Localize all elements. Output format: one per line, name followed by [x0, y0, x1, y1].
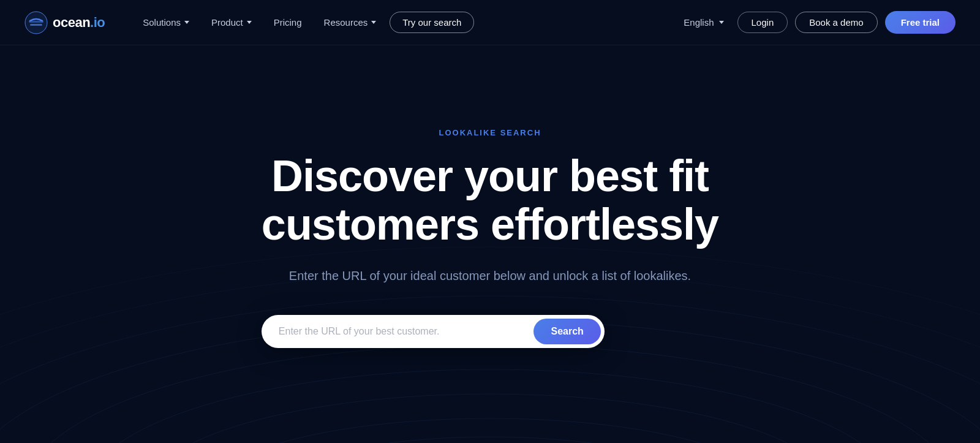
search-box: Search: [262, 315, 605, 348]
chevron-down-icon: [247, 21, 252, 24]
chevron-down-icon: [719, 21, 724, 24]
section-label: LOOKALIKE SEARCH: [262, 128, 718, 137]
hero-section: LOOKALIKE SEARCH Discover your best fit …: [0, 45, 980, 443]
nav-solutions[interactable]: Solutions: [134, 12, 198, 32]
svg-point-7: [208, 418, 772, 443]
svg-point-5: [86, 369, 894, 443]
nav-pricing[interactable]: Pricing: [265, 12, 311, 32]
try-search-button[interactable]: Try our search: [390, 12, 474, 33]
logo[interactable]: ocean.io: [24, 11, 105, 34]
url-search-input[interactable]: [279, 321, 534, 342]
svg-point-8: [270, 437, 710, 443]
svg-rect-2: [30, 24, 42, 26]
language-selector[interactable]: English: [677, 12, 729, 32]
hero-content: LOOKALIKE SEARCH Discover your best fit …: [262, 128, 718, 348]
nav-product[interactable]: Product: [203, 12, 260, 32]
nav-resources[interactable]: Resources: [315, 12, 385, 32]
logo-text: ocean.io: [53, 15, 105, 31]
chevron-down-icon: [184, 21, 189, 24]
book-demo-button[interactable]: Book a demo: [795, 12, 877, 33]
hero-title: Discover your best fit customers effortl…: [262, 152, 718, 249]
search-button[interactable]: Search: [533, 319, 600, 344]
free-trial-button[interactable]: Free trial: [885, 11, 956, 34]
nav-right: English Login Book a demo Free trial: [677, 11, 956, 34]
nav-left: Solutions Product Pricing Resources Try …: [134, 12, 677, 33]
logo-icon: [24, 11, 48, 34]
chevron-down-icon: [371, 21, 376, 24]
login-button[interactable]: Login: [737, 12, 788, 33]
navigation: ocean.io Solutions Product Pricing Resou…: [0, 0, 980, 45]
hero-subtitle: Enter the URL of your ideal customer bel…: [276, 266, 704, 286]
